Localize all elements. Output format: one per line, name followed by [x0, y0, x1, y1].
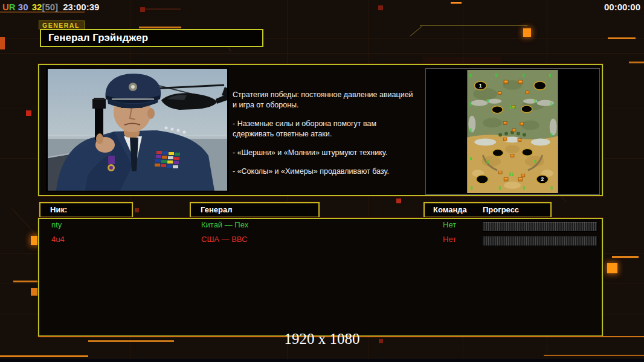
status-token: R: [9, 2, 16, 12]
header-team-label: Команда: [433, 205, 467, 214]
svg-text:$: $: [495, 73, 498, 78]
general-portrait-frame: [46, 68, 229, 192]
svg-text:$: $: [469, 102, 472, 107]
player-team: Нет: [443, 235, 456, 244]
map-preview-frame: $$$$ $$$$ $$ $$ $$$ $$ $$$$ 1 2: [425, 68, 600, 195]
circuit-dash: [139, 27, 181, 28]
start-position-2: 2: [541, 176, 544, 182]
start-position-1: 1: [479, 83, 482, 89]
strategy-paragraph: - Наземные силы и оборона помогут вам сд…: [233, 119, 425, 139]
clock-readout: 23:00:39: [63, 2, 99, 12]
status-token: 32: [32, 2, 42, 12]
general-name-box: Генерал Грэйнджер: [40, 29, 263, 47]
circuit-dash: [451, 2, 462, 4]
header-general-label: Генерал: [201, 205, 232, 214]
circuit-square: [26, 110, 31, 116]
header-team-progress: Команда Прогресс: [423, 202, 552, 218]
map-preview: $$$$ $$$$ $$ $$ $$$ $$ $$$$ 1 2: [467, 70, 558, 193]
circuit-dash: [612, 256, 639, 258]
general-tab-label: GENERAL: [39, 21, 85, 30]
player-nick: 4u4: [51, 235, 65, 244]
svg-text:$: $: [523, 73, 525, 78]
bottom-strip: [0, 359, 644, 362]
circuit-line: [420, 25, 527, 26]
status-token: [50]: [42, 2, 58, 12]
header-nick-label: Ник:: [50, 205, 67, 214]
strategy-paragraph: - «Шершни» и «Молнии» штурмуют технику.: [233, 148, 425, 158]
circuit-square: [607, 263, 617, 273]
svg-text:$: $: [550, 133, 553, 138]
circuit-square: [0, 37, 5, 49]
status-token: U: [2, 2, 9, 12]
player-progress-bar: [482, 221, 597, 232]
player-nick: nty: [51, 220, 62, 229]
strategy-paragraph: - «Соколы» и «Химеры» продавливают базу.: [233, 167, 425, 177]
strategy-description: Стратегия победы: постоянное давление ав…: [233, 90, 425, 185]
loading-lobby-screen: UR 30 32[50] 23:00:39 00:00:00 GENERAL Г…: [0, 0, 644, 362]
svg-text:$: $: [523, 186, 525, 191]
circuit-dash: [629, 62, 644, 63]
svg-text:$: $: [534, 159, 536, 164]
circuit-dash: [13, 281, 40, 282]
svg-text:$: $: [534, 99, 536, 104]
general-portrait-image: [48, 69, 227, 191]
svg-text:$: $: [550, 186, 553, 191]
circuit-square: [135, 208, 139, 212]
general-name: Генерал Грэйнджер: [48, 32, 148, 44]
header-nick: Ник:: [39, 202, 133, 218]
circuit-dash: [544, 355, 644, 356]
svg-text:$: $: [469, 128, 472, 133]
circuit-line: [0, 53, 644, 54]
player-general: США — ВВС: [201, 235, 248, 244]
circuit-dash: [608, 37, 636, 39]
svg-text:$: $: [498, 186, 501, 191]
circuit-line: [410, 26, 422, 36]
svg-text:$: $: [469, 156, 472, 161]
strategy-paragraph: Стратегия победы: постоянное давление ав…: [233, 90, 425, 110]
circuit-square: [378, 5, 383, 10]
header-progress-label: Прогресс: [483, 205, 519, 214]
svg-text:$$: $$: [510, 105, 515, 110]
player-general: Китай — Пех: [201, 220, 248, 229]
svg-text:$: $: [470, 186, 472, 191]
header-general: Генерал: [190, 202, 320, 218]
circuit-square: [396, 198, 401, 203]
svg-text:$$: $$: [509, 172, 514, 177]
connection-status-readout: UR 30 32[50] 23:00:39: [2, 2, 99, 12]
match-timer: 00:00:00: [604, 2, 640, 12]
circuit-square: [523, 28, 531, 37]
player-progress-bar: [482, 236, 597, 246]
player-team: Нет: [443, 220, 456, 229]
svg-text:$: $: [486, 98, 489, 103]
circuit-square: [140, 7, 145, 12]
medal: [108, 156, 115, 171]
resolution-label: 1920 x 1080: [0, 331, 644, 348]
circuit-dash: [141, 8, 181, 10]
status-token: 30: [18, 2, 28, 12]
svg-text:$: $: [549, 74, 552, 78]
svg-text:$: $: [550, 102, 553, 107]
svg-text:$: $: [469, 74, 472, 78]
circuit-dash: [0, 355, 88, 357]
svg-text:$: $: [486, 160, 489, 165]
